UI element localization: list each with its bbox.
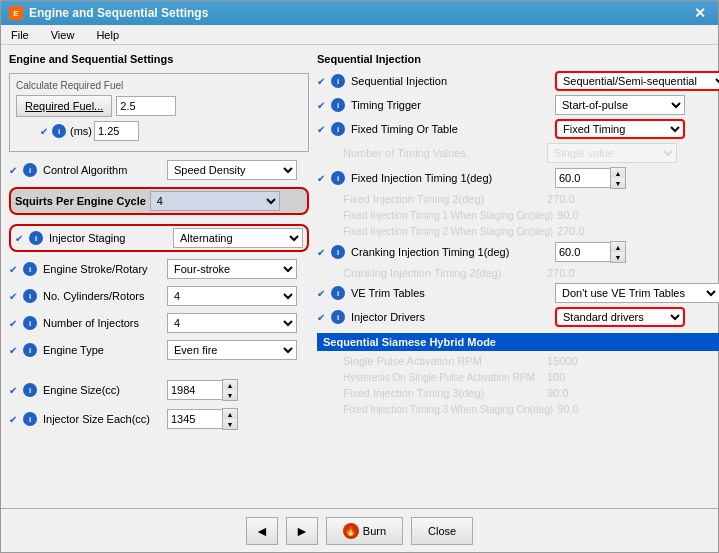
fit1s-value: 90.0	[557, 209, 578, 221]
engsize-check: ✔	[9, 385, 17, 396]
cit1-down[interactable]: ▼	[611, 252, 625, 262]
squirts-label: Squirts Per Engine Cycle	[15, 195, 146, 207]
title-bar: E Engine and Sequential Settings ✕	[1, 1, 718, 25]
tt-check: ✔	[317, 100, 325, 111]
ms-checkbox-icon: ✔	[40, 126, 48, 137]
injnum-info: i	[23, 316, 37, 330]
app-icon: E	[9, 6, 23, 20]
fit2-row: Fixed Injection Timing 2(deg) 270.0	[317, 193, 719, 205]
engsize-label: Engine Size(cc)	[43, 384, 163, 396]
engtype-label: Engine Type	[43, 344, 163, 356]
staging-info: i	[29, 231, 43, 245]
main-window: E Engine and Sequential Settings ✕ File …	[0, 0, 719, 553]
fit1-row: ✔ i Fixed Injection Timing 1(deg) ▲ ▼	[317, 167, 719, 189]
engine-size-down[interactable]: ▼	[223, 390, 237, 400]
fit1s-label: Fixed Injection Timing 1 When Staging On…	[343, 210, 553, 221]
req-fuel-input[interactable]	[116, 96, 176, 116]
engine-size-spinbox: ▲ ▼	[167, 379, 238, 401]
menu-view[interactable]: View	[45, 27, 81, 43]
injsize-info: i	[23, 412, 37, 426]
seqinj-select[interactable]: Sequential/Semi-sequential	[555, 71, 719, 91]
menu-file[interactable]: File	[5, 27, 35, 43]
required-fuel-button[interactable]: Required Fuel...	[16, 95, 112, 117]
fit1-input[interactable]	[555, 168, 610, 188]
ve-select[interactable]: Don't use VE Trim Tables	[555, 283, 719, 303]
ve-label: VE Trim Tables	[351, 287, 551, 299]
fit1-up[interactable]: ▲	[611, 168, 625, 178]
stroke-check: ✔	[9, 264, 17, 275]
fit3s-label: Fixed Injection Timing 3 When Staging On…	[343, 404, 553, 415]
injsize-check: ✔	[9, 414, 17, 425]
engsize-info: i	[23, 383, 37, 397]
id-select[interactable]: Standard drivers	[555, 307, 685, 327]
id-info: i	[331, 310, 345, 324]
fit1-info: i	[331, 171, 345, 185]
injector-size-row: ✔ i Injector Size Each(cc) ▲ ▼	[9, 408, 309, 430]
id-check: ✔	[317, 312, 325, 323]
engine-type-row: ✔ i Engine Type Even fire	[9, 340, 309, 360]
injnum-select[interactable]: 4	[167, 313, 297, 333]
staging-check: ✔	[15, 233, 23, 244]
num-timing-row: Number of Timing Values Single value	[317, 143, 719, 163]
engine-size-up[interactable]: ▲	[223, 380, 237, 390]
stroke-select[interactable]: Four-stroke	[167, 259, 297, 279]
ms-input[interactable]	[94, 121, 139, 141]
cit1-input[interactable]	[555, 242, 610, 262]
cyl-select[interactable]: 4	[167, 286, 297, 306]
spar-value: 15000	[547, 355, 578, 367]
fit1s-row: Fixed Injection Timing 1 When Staging On…	[317, 209, 719, 221]
staging-label: Injector Staging	[49, 232, 169, 244]
ve-trim-row: ✔ i VE Trim Tables Don't use VE Trim Tab…	[317, 283, 719, 303]
seq-injection-row: ✔ i Sequential Injection Sequential/Semi…	[317, 71, 719, 91]
close-button[interactable]: ✕	[690, 5, 710, 21]
tt-info: i	[331, 98, 345, 112]
control-algorithm-row: ✔ i Control Algorithm Speed Density	[9, 160, 309, 180]
calc-fuel-group: Calculate Required Fuel Required Fuel...…	[9, 73, 309, 152]
close-dialog-button[interactable]: Close	[411, 517, 473, 545]
fit3-row: Fixed Injection Timing 3(deg) 90.0	[317, 387, 719, 399]
burn-icon: 🔥	[343, 523, 359, 539]
cit1-info: i	[331, 245, 345, 259]
engine-size-row: ✔ i Engine Size(cc) ▲ ▼	[9, 379, 309, 401]
menu-help[interactable]: Help	[90, 27, 125, 43]
ft-select[interactable]: Fixed Timing	[555, 119, 685, 139]
ms-info-icon: i	[52, 124, 66, 138]
staging-select[interactable]: Alternating	[173, 228, 303, 248]
seqinj-label: Sequential Injection	[351, 75, 551, 87]
ctrl-alg-select[interactable]: Speed Density	[167, 160, 297, 180]
burn-button[interactable]: 🔥 Burn	[326, 517, 403, 545]
forward-nav-button[interactable]: ►	[286, 517, 318, 545]
stroke-info: i	[23, 262, 37, 276]
spar-label: Single Pulse Activation RPM	[343, 355, 543, 367]
fit1-down[interactable]: ▼	[611, 178, 625, 188]
fit1-check: ✔	[317, 173, 325, 184]
cyl-label: No. Cylinders/Rotors	[43, 290, 163, 302]
injector-size-down[interactable]: ▼	[223, 419, 237, 429]
injector-size-input[interactable]	[167, 409, 222, 429]
cit1-spin-btns: ▲ ▼	[610, 241, 626, 263]
injnum-check: ✔	[9, 318, 17, 329]
engine-size-spin-btns: ▲ ▼	[222, 379, 238, 401]
back-nav-button[interactable]: ◄	[246, 517, 278, 545]
fit2-label: Fixed Injection Timing 2(deg)	[343, 193, 543, 205]
cit2-label: Cranking Injection Timing 2(deg)	[343, 267, 543, 279]
left-group-title: Engine and Sequential Settings	[9, 53, 309, 65]
engtype-select[interactable]: Even fire	[167, 340, 297, 360]
spar-row: Single Pulse Activation RPM 15000	[317, 355, 719, 367]
cit1-up[interactable]: ▲	[611, 242, 625, 252]
engine-size-input[interactable]	[167, 380, 222, 400]
injector-size-up[interactable]: ▲	[223, 409, 237, 419]
engine-stroke-row: ✔ i Engine Stroke/Rotary Four-stroke	[9, 259, 309, 279]
injector-staging-row: ✔ i Injector Staging Alternating	[9, 224, 309, 252]
right-group-title: Sequential Injection	[317, 53, 719, 65]
num-injectors-row: ✔ i Number of Injectors 4	[9, 313, 309, 333]
tt-select[interactable]: Start-of-pulse	[555, 95, 685, 115]
squirts-row: Squirts Per Engine Cycle 4	[9, 187, 309, 215]
fit1-label: Fixed Injection Timing 1(deg)	[351, 172, 551, 184]
ntv-select[interactable]: Single value	[547, 143, 677, 163]
hys-label: Hysteresis On Single Pulse Activation RP…	[343, 372, 543, 383]
stroke-label: Engine Stroke/Rotary	[43, 263, 163, 275]
squirts-select[interactable]: 4	[150, 191, 280, 211]
fit2-value: 270.0	[547, 193, 575, 205]
fixed-timing-row: ✔ i Fixed Timing Or Table Fixed Timing	[317, 119, 719, 139]
